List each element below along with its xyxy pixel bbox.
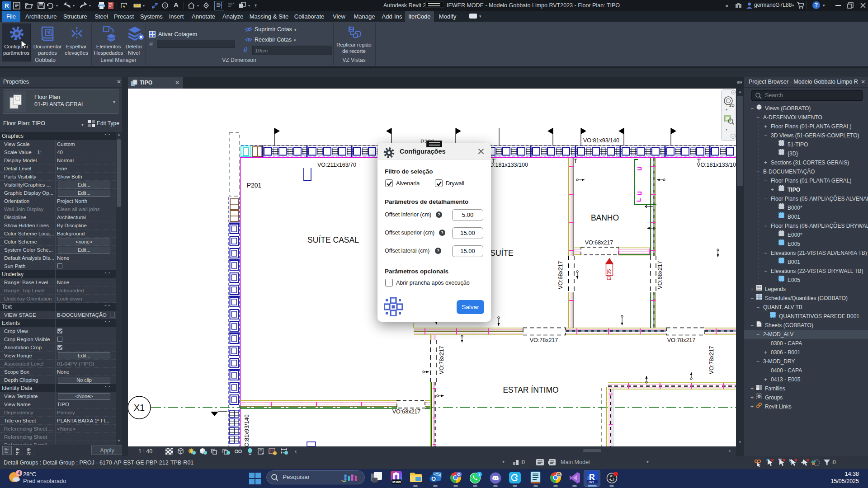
svg-text:VO:181x133/100: VO:181x133/100 — [697, 162, 736, 168]
svg-text:O: O — [431, 475, 436, 482]
svg-text:VO:211x163/70: VO:211x163/70 — [317, 162, 356, 168]
svg-text:1: 1 — [164, 4, 166, 8]
svg-text:1: 1 — [478, 472, 481, 477]
svg-text:E005: E005 — [606, 269, 612, 281]
svg-text:BANHO: BANHO — [591, 213, 619, 222]
svg-text:O:81x93/140: O:81x93/140 — [244, 414, 250, 446]
svg-text:SUÍTE: SUÍTE — [490, 249, 514, 258]
svg-text:X1: X1 — [134, 403, 145, 413]
svg-text:VO:68x217: VO:68x217 — [557, 261, 564, 289]
svg-text:‹: ‹ — [295, 448, 297, 455]
svg-text:SUÍTE CASAL: SUÍTE CASAL — [307, 235, 359, 244]
svg-text:P201: P201 — [247, 182, 262, 189]
svg-text:RVT: RVT — [589, 480, 594, 483]
svg-text:VO:68x217: VO:68x217 — [585, 239, 613, 246]
svg-text:VO:181x133/100: VO:181x133/100 — [486, 162, 528, 168]
svg-text:VO:78x217: VO:78x217 — [708, 346, 715, 374]
svg-text:VO:68x217: VO:68x217 — [657, 261, 663, 289]
svg-text:VO:78x217: VO:78x217 — [667, 337, 696, 343]
svg-text:VO:81x93/140: VO:81x93/140 — [583, 137, 619, 144]
svg-text:M365: M365 — [392, 480, 401, 484]
svg-text:VO:78x217: VO:78x217 — [439, 346, 445, 374]
svg-text:VO:68x217: VO:68x217 — [392, 408, 421, 415]
svg-text:ESTAR ÍNTIMO: ESTAR ÍNTIMO — [503, 385, 558, 394]
svg-text:VO:78x217: VO:78x217 — [530, 337, 558, 343]
svg-text:2D: 2D — [729, 103, 735, 108]
svg-text:4: 4 — [18, 470, 20, 476]
